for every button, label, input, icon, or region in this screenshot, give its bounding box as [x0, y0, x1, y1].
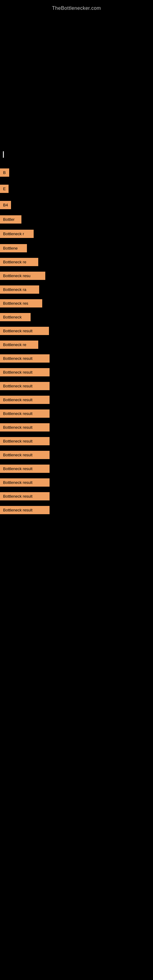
result-bar: B4 — [0, 201, 11, 209]
result-bar: E — [0, 185, 9, 193]
list-item: Bottleneck result — [0, 450, 153, 460]
list-item: Bottleneck result — [0, 395, 153, 404]
result-bar: Bottleneck re — [0, 258, 38, 266]
list-item: Bottleneck — [0, 312, 153, 322]
result-bar: Bottleneck result — [0, 423, 49, 431]
result-bar: Bottleneck result — [0, 437, 49, 445]
result-bar: Bottlene — [0, 244, 27, 252]
list-item: Bottleneck result — [0, 381, 153, 391]
list-item: Bottler — [0, 215, 153, 224]
main-chart-area — [0, 14, 153, 143]
result-bar: Bottleneck result — [0, 451, 49, 459]
list-item: Bottleneck r — [0, 229, 153, 239]
result-bar: Bottleneck resu — [0, 272, 45, 280]
result-bar: Bottleneck result — [0, 368, 49, 376]
result-bar: Bottleneck res — [0, 299, 42, 307]
results-section: | BEB4BottlerBottleneck rBottleneBottlen… — [0, 146, 153, 515]
result-bar: Bottleneck result — [0, 354, 49, 363]
list-item: Bottleneck result — [0, 409, 153, 418]
cursor-indicator: | — [0, 149, 153, 159]
result-bar: Bottler — [0, 215, 21, 224]
list-item: Bottleneck result — [0, 478, 153, 487]
result-bar: Bottleneck result — [0, 327, 49, 335]
list-item: Bottlene — [0, 243, 153, 253]
list-item: Bottleneck ra — [0, 285, 153, 294]
list-item: Bottleneck res — [0, 299, 153, 308]
result-bar: Bottleneck result — [0, 506, 49, 514]
result-bar: Bottleneck result — [0, 478, 49, 487]
list-item: Bottleneck result — [0, 326, 153, 336]
site-title: TheBottlenecker.com — [0, 0, 153, 14]
list-item: Bottleneck result — [0, 505, 153, 515]
result-bar: Bottleneck result — [0, 409, 49, 418]
list-item: Bottleneck result — [0, 354, 153, 363]
list-item: Bottleneck re — [0, 257, 153, 267]
result-bar: Bottleneck result — [0, 396, 49, 404]
list-item: B — [0, 168, 153, 177]
list-item: Bottleneck re — [0, 340, 153, 350]
list-item: Bottleneck result — [0, 423, 153, 432]
list-item: Bottleneck result — [0, 492, 153, 501]
list-item: B4 — [0, 200, 153, 210]
result-bar: Bottleneck ra — [0, 285, 39, 294]
list-item: Bottleneck resu — [0, 271, 153, 280]
result-bar: Bottleneck result — [0, 465, 49, 473]
result-bar: Bottleneck result — [0, 382, 49, 390]
result-bar: Bottleneck re — [0, 340, 38, 349]
list-item: Bottleneck result — [0, 368, 153, 377]
results-container: BEB4BottlerBottleneck rBottleneBottlenec… — [0, 162, 153, 515]
result-bar: B — [0, 169, 9, 177]
list-item: E — [0, 184, 153, 194]
list-item: Bottleneck result — [0, 436, 153, 446]
list-item: Bottleneck result — [0, 464, 153, 474]
result-bar: Bottleneck — [0, 313, 30, 321]
result-bar: Bottleneck r — [0, 230, 33, 238]
result-bar: Bottleneck result — [0, 492, 49, 500]
